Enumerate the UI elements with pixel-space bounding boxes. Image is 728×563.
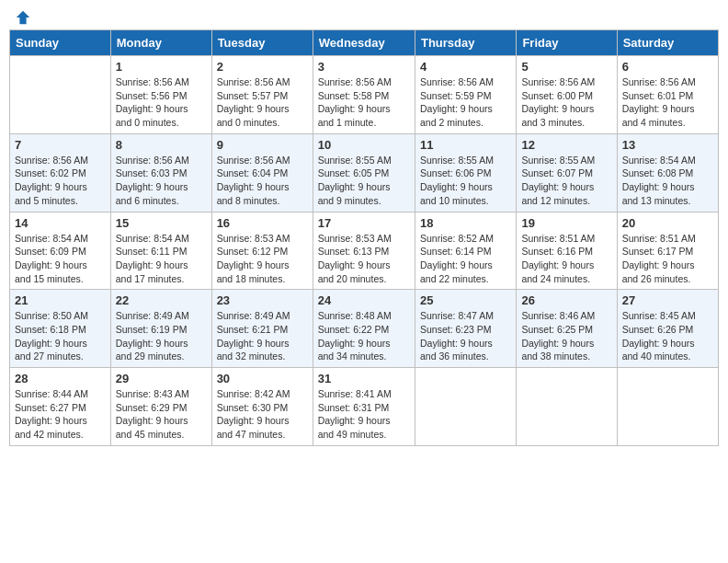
day-number: 8	[116, 138, 207, 152]
column-header-friday: Friday	[517, 30, 617, 56]
day-info: Sunrise: 8:42 AMSunset: 6:30 PMDaylight:…	[217, 387, 308, 442]
day-info: Sunrise: 8:46 AMSunset: 6:25 PMDaylight:…	[521, 309, 611, 363]
calendar-cell: 2Sunrise: 8:56 AMSunset: 5:57 PMDaylight…	[211, 56, 313, 134]
calendar-cell: 12Sunrise: 8:55 AMSunset: 6:07 PMDayligh…	[517, 133, 617, 212]
calendar-cell: 19Sunrise: 8:51 AMSunset: 6:16 PMDayligh…	[517, 212, 617, 290]
day-number: 15	[116, 216, 207, 230]
day-number: 5	[521, 60, 611, 74]
day-info: Sunrise: 8:56 AMSunset: 5:58 PMDaylight:…	[318, 75, 410, 130]
day-info: Sunrise: 8:44 AMSunset: 6:27 PMDaylight:…	[15, 387, 106, 442]
day-number: 3	[318, 60, 410, 74]
day-info: Sunrise: 8:45 AMSunset: 6:26 PMDaylight:…	[622, 309, 713, 363]
calendar-week-row: 14Sunrise: 8:54 AMSunset: 6:09 PMDayligh…	[10, 212, 719, 290]
calendar-cell: 22Sunrise: 8:49 AMSunset: 6:19 PMDayligh…	[110, 290, 211, 368]
column-header-wednesday: Wednesday	[313, 30, 415, 56]
day-number: 21	[15, 293, 106, 307]
day-info: Sunrise: 8:55 AMSunset: 6:05 PMDaylight:…	[318, 154, 410, 208]
column-header-thursday: Thursday	[415, 30, 516, 56]
day-number: 1	[116, 60, 207, 74]
calendar-cell: 3Sunrise: 8:56 AMSunset: 5:58 PMDaylight…	[313, 56, 415, 134]
calendar-cell: 27Sunrise: 8:45 AMSunset: 6:26 PMDayligh…	[617, 290, 718, 368]
column-header-tuesday: Tuesday	[211, 30, 313, 56]
logo-icon	[15, 9, 31, 26]
calendar-cell: 10Sunrise: 8:55 AMSunset: 6:05 PMDayligh…	[313, 133, 415, 212]
day-info: Sunrise: 8:55 AMSunset: 6:06 PMDaylight:…	[420, 154, 511, 208]
calendar-cell: 26Sunrise: 8:46 AMSunset: 6:25 PMDayligh…	[517, 290, 617, 368]
calendar-week-row: 21Sunrise: 8:50 AMSunset: 6:18 PMDayligh…	[10, 290, 719, 368]
column-header-monday: Monday	[110, 30, 211, 56]
day-number: 29	[116, 372, 207, 385]
day-number: 13	[622, 138, 713, 152]
column-header-sunday: Sunday	[10, 30, 111, 56]
calendar-week-row: 7Sunrise: 8:56 AMSunset: 6:02 PMDaylight…	[10, 133, 719, 212]
day-number: 24	[318, 293, 410, 307]
day-info: Sunrise: 8:56 AMSunset: 5:56 PMDaylight:…	[116, 75, 207, 130]
calendar-header-row: SundayMondayTuesdayWednesdayThursdayFrid…	[10, 30, 719, 56]
day-info: Sunrise: 8:53 AMSunset: 6:12 PMDaylight:…	[217, 232, 308, 286]
calendar-cell: 15Sunrise: 8:54 AMSunset: 6:11 PMDayligh…	[110, 212, 211, 290]
day-number: 7	[15, 138, 106, 152]
day-number: 11	[420, 138, 511, 152]
day-number: 4	[420, 60, 511, 74]
day-info: Sunrise: 8:53 AMSunset: 6:13 PMDaylight:…	[318, 232, 410, 286]
calendar-cell: 31Sunrise: 8:41 AMSunset: 6:31 PMDayligh…	[313, 368, 415, 446]
calendar-cell: 21Sunrise: 8:50 AMSunset: 6:18 PMDayligh…	[10, 290, 111, 368]
day-number: 22	[116, 293, 207, 307]
calendar-cell: 18Sunrise: 8:52 AMSunset: 6:14 PMDayligh…	[415, 212, 516, 290]
calendar-cell: 14Sunrise: 8:54 AMSunset: 6:09 PMDayligh…	[10, 212, 111, 290]
calendar-cell: 4Sunrise: 8:56 AMSunset: 5:59 PMDaylight…	[415, 56, 516, 134]
day-number: 31	[318, 372, 410, 385]
calendar-cell: 6Sunrise: 8:56 AMSunset: 6:01 PMDaylight…	[617, 56, 718, 134]
calendar-cell: 1Sunrise: 8:56 AMSunset: 5:56 PMDaylight…	[110, 56, 211, 134]
calendar-cell: 13Sunrise: 8:54 AMSunset: 6:08 PMDayligh…	[617, 133, 718, 212]
day-number: 9	[217, 138, 308, 152]
calendar-cell: 23Sunrise: 8:49 AMSunset: 6:21 PMDayligh…	[211, 290, 313, 368]
day-info: Sunrise: 8:56 AMSunset: 5:57 PMDaylight:…	[217, 75, 308, 130]
calendar-cell: 9Sunrise: 8:56 AMSunset: 6:04 PMDaylight…	[211, 133, 313, 212]
day-number: 28	[15, 372, 106, 385]
day-number: 20	[622, 216, 713, 230]
column-header-saturday: Saturday	[617, 30, 718, 56]
day-info: Sunrise: 8:51 AMSunset: 6:16 PMDaylight:…	[521, 232, 611, 286]
calendar-cell: 25Sunrise: 8:47 AMSunset: 6:23 PMDayligh…	[415, 290, 516, 368]
calendar-cell: 8Sunrise: 8:56 AMSunset: 6:03 PMDaylight…	[110, 133, 211, 212]
day-info: Sunrise: 8:52 AMSunset: 6:14 PMDaylight:…	[420, 232, 511, 286]
day-number: 30	[217, 372, 308, 385]
logo	[13, 9, 31, 22]
calendar-week-row: 28Sunrise: 8:44 AMSunset: 6:27 PMDayligh…	[10, 368, 719, 446]
calendar-cell: 30Sunrise: 8:42 AMSunset: 6:30 PMDayligh…	[211, 368, 313, 446]
day-info: Sunrise: 8:56 AMSunset: 6:01 PMDaylight:…	[622, 75, 713, 130]
calendar-week-row: 1Sunrise: 8:56 AMSunset: 5:56 PMDaylight…	[10, 56, 719, 134]
day-number: 6	[622, 60, 713, 74]
day-info: Sunrise: 8:56 AMSunset: 5:59 PMDaylight:…	[420, 75, 511, 130]
day-info: Sunrise: 8:56 AMSunset: 6:04 PMDaylight:…	[217, 154, 308, 208]
calendar-cell	[617, 368, 718, 446]
day-info: Sunrise: 8:41 AMSunset: 6:31 PMDaylight:…	[318, 387, 410, 442]
day-number: 27	[622, 293, 713, 307]
calendar-cell: 7Sunrise: 8:56 AMSunset: 6:02 PMDaylight…	[10, 133, 111, 212]
day-number: 26	[521, 293, 611, 307]
day-number: 19	[521, 216, 611, 230]
day-info: Sunrise: 8:54 AMSunset: 6:08 PMDaylight:…	[622, 154, 713, 208]
day-info: Sunrise: 8:56 AMSunset: 6:00 PMDaylight:…	[521, 75, 611, 130]
day-number: 14	[15, 216, 106, 230]
calendar-cell: 24Sunrise: 8:48 AMSunset: 6:22 PMDayligh…	[313, 290, 415, 368]
day-number: 18	[420, 216, 511, 230]
calendar-cell: 29Sunrise: 8:43 AMSunset: 6:29 PMDayligh…	[110, 368, 211, 446]
calendar-cell: 17Sunrise: 8:53 AMSunset: 6:13 PMDayligh…	[313, 212, 415, 290]
day-number: 2	[217, 60, 308, 74]
day-number: 10	[318, 138, 410, 152]
day-number: 16	[217, 216, 308, 230]
page-header	[9, 9, 719, 22]
day-number: 12	[521, 138, 611, 152]
day-info: Sunrise: 8:50 AMSunset: 6:18 PMDaylight:…	[15, 309, 106, 363]
calendar-cell: 11Sunrise: 8:55 AMSunset: 6:06 PMDayligh…	[415, 133, 516, 212]
calendar-cell: 5Sunrise: 8:56 AMSunset: 6:00 PMDaylight…	[517, 56, 617, 134]
day-info: Sunrise: 8:55 AMSunset: 6:07 PMDaylight:…	[521, 154, 611, 208]
calendar-cell: 20Sunrise: 8:51 AMSunset: 6:17 PMDayligh…	[617, 212, 718, 290]
day-number: 25	[420, 293, 511, 307]
calendar-cell: 28Sunrise: 8:44 AMSunset: 6:27 PMDayligh…	[10, 368, 111, 446]
calendar-cell: 16Sunrise: 8:53 AMSunset: 6:12 PMDayligh…	[211, 212, 313, 290]
day-info: Sunrise: 8:51 AMSunset: 6:17 PMDaylight:…	[622, 232, 713, 286]
day-number: 17	[318, 216, 410, 230]
